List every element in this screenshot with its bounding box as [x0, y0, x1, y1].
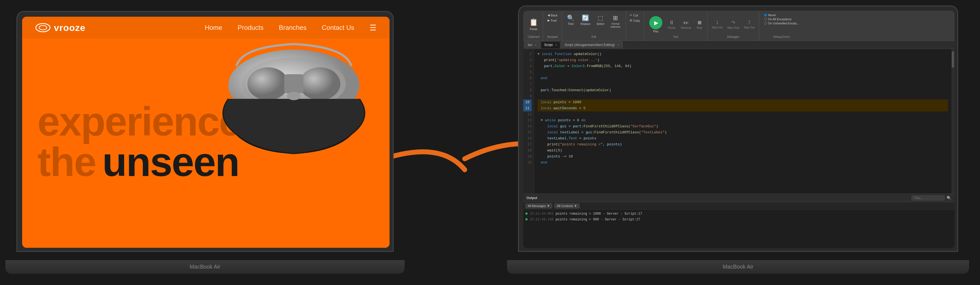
output-title: Output: [527, 196, 537, 200]
format-icon: ⊞: [613, 14, 618, 22]
find-icon: 🔍: [567, 14, 574, 22]
right-laptop-screen: 📋 Paste Clipboard ◀ Back: [523, 11, 955, 248]
output-timestamp-1: 15:21:44.081: [530, 211, 553, 216]
code-line-6: end: [538, 75, 948, 81]
forward-button[interactable]: ▶ Fwd: [546, 18, 559, 23]
code-scrollbar[interactable]: [951, 49, 955, 194]
edit-label: Edit: [592, 35, 596, 39]
nav-products[interactable]: Products: [237, 24, 264, 32]
svg-point-8: [287, 92, 301, 100]
paste-label: Paste: [530, 27, 538, 30]
contexts-dropdown-label: All Contexts: [557, 204, 573, 208]
radio-unhandled[interactable]: [764, 22, 767, 25]
output-message-1: points remaining = 1000 - Server - Scrip…: [555, 211, 642, 216]
select-button[interactable]: ⬚ Select: [594, 13, 606, 27]
roblox-studio: 📋 Paste Clipboard ◀ Back: [523, 11, 955, 248]
step-out-button[interactable]: ⤴ Step Out: [742, 19, 756, 30]
output-filter: 🔍: [912, 195, 951, 200]
line-numbers: 2 3 4 5 6 7 8 9 10 11 12 13 14 15: [523, 49, 534, 194]
code-line-17: print("points remaining =", points): [538, 141, 948, 147]
contexts-dropdown[interactable]: All Contexts ▼: [554, 203, 579, 208]
format-selection-button[interactable]: ⊞ Format Selection: [608, 13, 623, 30]
paste-button[interactable]: 📋 Paste: [527, 17, 540, 32]
tab-script-close[interactable]: ×: [555, 43, 557, 46]
filter-input[interactable]: [912, 195, 945, 200]
nav-contact[interactable]: Contact Us: [322, 24, 354, 32]
find-button[interactable]: 🔍 Find: [565, 13, 576, 27]
debug-option-unhandled[interactable]: On Unhandled Excep...: [764, 22, 799, 25]
stop-label: Stop: [697, 26, 702, 29]
cut-button[interactable]: ✂ Cut: [628, 13, 642, 18]
select-icon: ⬚: [598, 14, 603, 22]
left-laptop-body: vrooze Home Products Branches Contact Us…: [16, 11, 394, 252]
resume-button[interactable]: ⏭ Resume: [679, 19, 693, 30]
vr-headset-illustration: [215, 30, 373, 181]
tab-leo[interactable]: leo ×: [524, 41, 540, 48]
forward-icon: ▶: [547, 19, 550, 22]
test-section: Play ⏸ Pause ⏭ Resume: [644, 11, 708, 40]
tab-script[interactable]: Script ×: [541, 41, 561, 48]
tab-editing-close[interactable]: ×: [617, 43, 619, 46]
never-label: Never: [768, 13, 776, 17]
debug-option-never[interactable]: Never: [764, 13, 799, 17]
radio-all[interactable]: [764, 18, 767, 21]
nav-home[interactable]: Home: [205, 24, 222, 32]
step-into-button[interactable]: ⤵ Step Into: [710, 19, 724, 30]
right-laptop-model-label: MacBook Air: [723, 264, 753, 270]
step-over-button[interactable]: ↷ Step Over: [725, 19, 741, 30]
pause-icon: ⏸: [669, 19, 675, 26]
paste-icon: 📋: [529, 18, 538, 27]
debugger-label: Debugger: [727, 35, 739, 39]
tab-editing-label: Script (rbloxgamearchitect Editing): [565, 43, 614, 47]
copy-button[interactable]: ⧉ Copy: [628, 18, 642, 23]
code-line-13: ▼ while points > 0 do: [538, 117, 948, 123]
svg-point-0: [36, 24, 50, 32]
output-dot-1: [525, 213, 528, 215]
forward-label: Fwd: [551, 19, 557, 22]
messages-dropdown[interactable]: All Messages ▼: [525, 203, 552, 208]
output-line-2: 15:21:49.148 points remaining = 990 - Se…: [525, 216, 952, 222]
code-line-4: part.Color = Color3.fromRGB(255, 146, 84…: [538, 63, 948, 69]
debugger-section: ⤵ Step Into ↷ Step Over ⤴ Step Out: [708, 11, 759, 40]
code-line-14: local gui = part:FindFirstChildOfClass("…: [538, 123, 948, 130]
stop-button[interactable]: ⏹ Stop: [695, 19, 704, 30]
vrooze-logo-icon: [35, 23, 51, 32]
code-line-2: ▼ local function updateColor(): [538, 51, 948, 57]
output-panel: Output 🔍 All Messages ▼ All Contexts: [523, 194, 955, 248]
pause-label: Pause: [668, 26, 676, 29]
replace-button[interactable]: 🔄 Replace: [578, 13, 593, 27]
tab-leo-label: leo: [528, 43, 532, 47]
toolbar-main: 📋 Paste Clipboard ◀ Back: [524, 11, 804, 40]
tab-script-editing[interactable]: Script (rbloxgamearchitect Editing) ×: [561, 41, 622, 48]
code-line-7: [538, 81, 948, 87]
website-background: vrooze Home Products Branches Contact Us…: [22, 17, 390, 248]
pause-button[interactable]: ⏸ Pause: [666, 19, 677, 30]
radio-never[interactable]: [764, 14, 767, 16]
code-text[interactable]: ▼ local function updateColor() print('up…: [534, 49, 951, 194]
back-icon: ◀: [547, 13, 550, 17]
code-line-18: wait(5): [538, 147, 948, 154]
right-laptop-base: MacBook Air: [507, 260, 969, 274]
output-toolbar: All Messages ▼ All Contexts ▼: [523, 202, 955, 210]
play-button[interactable]: Play: [648, 16, 664, 34]
tab-script-label: Script: [544, 43, 553, 47]
navigate-section: ◀ Back ▶ Fwd Navigate: [543, 11, 562, 40]
code-line-15: local textLabel = gui:FindFirstChildOfCl…: [538, 130, 948, 136]
replace-label: Replace: [580, 22, 590, 26]
navigate-label: Navigate: [547, 35, 558, 39]
back-button[interactable]: ◀ Back: [546, 13, 559, 18]
debug-errors-section: Never On All Exceptions On Unhandled Exc…: [759, 11, 804, 40]
vrooze-brand-name: vrooze: [54, 22, 86, 33]
step-over-icon: ↷: [731, 20, 735, 26]
tab-leo-close[interactable]: ×: [535, 43, 537, 46]
debug-option-all[interactable]: On All Exceptions: [764, 18, 799, 21]
code-line-10: local points = 1000: [538, 99, 948, 106]
hamburger-icon[interactable]: ☰: [369, 23, 376, 32]
scrollbar-thumb[interactable]: [952, 51, 954, 67]
play-icon[interactable]: [649, 16, 662, 29]
output-line-1: 15:21:44.081 points remaining = 1000 - S…: [525, 211, 952, 216]
resume-icon: ⏭: [683, 19, 689, 26]
cut-label: Cut: [633, 14, 638, 17]
svg-point-6: [299, 67, 340, 100]
nav-branches[interactable]: Branches: [279, 24, 306, 32]
